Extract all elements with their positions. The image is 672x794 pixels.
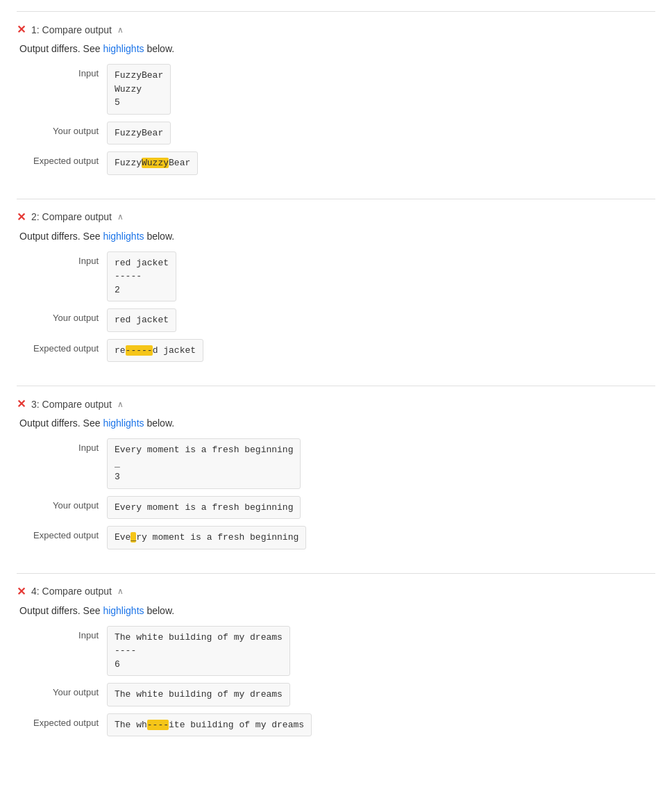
chevron-up-icon: ∧ — [117, 399, 124, 409]
your-output-label: Your output — [17, 683, 107, 697]
chevron-up-icon: ∧ — [117, 212, 124, 222]
section-3: ✕3: Compare output∧Output differs. See h… — [17, 386, 655, 570]
chevron-up-icon: ∧ — [117, 586, 124, 596]
your-output-row: Your outputEvery moment is a fresh begin… — [17, 496, 655, 520]
section-1-header[interactable]: ✕1: Compare output∧ — [17, 23, 655, 36]
your-output-row: Your outputThe white building of my drea… — [17, 683, 655, 706]
expected-output-box: re-----d jacket — [107, 339, 203, 363]
expected-output-label: Expected output — [17, 713, 107, 728]
section-title: 1: Compare output — [31, 24, 112, 35]
expected-output-row: Expected outputre-----d jacket — [17, 339, 655, 363]
section-2-header[interactable]: ✕2: Compare output∧ — [17, 210, 655, 224]
your-output-box: Every moment is a fresh beginning — [107, 496, 301, 520]
expected-output-box: The wh----ite building of my dreams — [107, 713, 312, 737]
input-box: FuzzyBear Wuzzy 5 — [107, 64, 171, 115]
section-1: ✕1: Compare output∧Output differs. See h… — [17, 11, 655, 196]
diff-message: Output differs. See highlights below. — [17, 417, 655, 429]
section-title: 2: Compare output — [31, 211, 112, 222]
section-4: ✕4: Compare output∧Output differs. See h… — [17, 573, 655, 758]
section-2: ✕2: Compare output∧Output differs. See h… — [17, 199, 655, 383]
x-icon: ✕ — [17, 23, 26, 36]
section-title: 4: Compare output — [31, 586, 112, 597]
input-box: The white building of my dreams ---- 6 — [107, 626, 290, 677]
your-output-label: Your output — [17, 308, 107, 323]
your-output-label: Your output — [17, 496, 107, 511]
expected-output-row: Expected outputFuzzyWuzzyBear — [17, 151, 655, 175]
your-output-row: Your outputred jacket — [17, 308, 655, 332]
your-output-box: FuzzyBear — [107, 122, 171, 145]
highlighted-diff: Wuzzy — [142, 158, 169, 168]
highlighted-diff: _ — [131, 532, 136, 543]
highlighted-diff: ---- — [147, 720, 169, 730]
chevron-up-icon: ∧ — [117, 25, 124, 35]
highlighted-diff: ----- — [126, 345, 153, 356]
section-title: 3: Compare output — [31, 399, 112, 410]
section-3-header[interactable]: ✕3: Compare output∧ — [17, 397, 655, 411]
your-output-box: The white building of my dreams — [107, 683, 290, 706]
section-4-header[interactable]: ✕4: Compare output∧ — [17, 585, 655, 598]
input-box: Every moment is a fresh beginning _ 3 — [107, 438, 301, 489]
diff-message: Output differs. See highlights below. — [17, 605, 655, 616]
input-label: Input — [17, 438, 107, 453]
input-row: Inputred jacket ----- 2 — [17, 251, 655, 302]
input-row: InputFuzzyBear Wuzzy 5 — [17, 64, 655, 115]
input-label: Input — [17, 64, 107, 78]
expected-output-label: Expected output — [17, 339, 107, 354]
expected-output-box: Eve_ry moment is a fresh beginning — [107, 526, 306, 549]
expected-output-label: Expected output — [17, 526, 107, 540]
your-output-label: Your output — [17, 122, 107, 136]
x-icon: ✕ — [17, 397, 26, 411]
highlights-link[interactable]: highlights — [103, 43, 144, 54]
expected-output-label: Expected output — [17, 151, 107, 166]
highlights-link[interactable]: highlights — [103, 605, 144, 616]
highlights-link[interactable]: highlights — [103, 231, 144, 242]
diff-message: Output differs. See highlights below. — [17, 43, 655, 54]
input-label: Input — [17, 251, 107, 266]
your-output-box: red jacket — [107, 308, 176, 332]
your-output-row: Your outputFuzzyBear — [17, 122, 655, 145]
input-row: InputEvery moment is a fresh beginning _… — [17, 438, 655, 489]
input-row: InputThe white building of my dreams ---… — [17, 626, 655, 677]
x-icon: ✕ — [17, 585, 26, 598]
highlights-link[interactable]: highlights — [103, 417, 144, 429]
input-box: red jacket ----- 2 — [107, 251, 176, 302]
input-label: Input — [17, 626, 107, 640]
expected-output-box: FuzzyWuzzyBear — [107, 151, 198, 175]
diff-message: Output differs. See highlights below. — [17, 231, 655, 242]
x-icon: ✕ — [17, 210, 26, 224]
expected-output-row: Expected outputThe wh----ite building of… — [17, 713, 655, 737]
expected-output-row: Expected outputEve_ry moment is a fresh … — [17, 526, 655, 549]
